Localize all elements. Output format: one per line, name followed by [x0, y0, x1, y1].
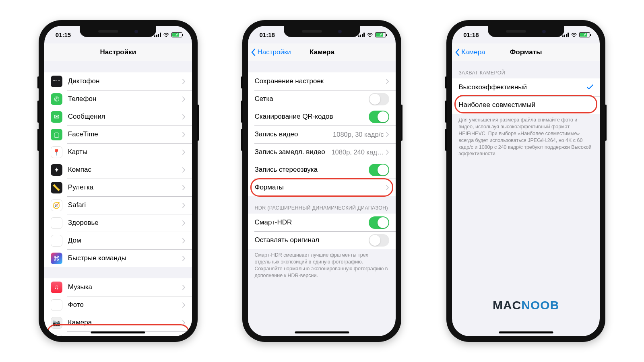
chevron-right-icon — [182, 97, 186, 102]
msg-app-icon: ✉︎ — [51, 111, 62, 123]
settings-row-maps[interactable]: 📍Карты — [44, 143, 192, 161]
row-scan-qr[interactable]: Сканирование QR-кодов — [248, 108, 396, 125]
row-preserve-settings[interactable]: Сохранение настроек — [248, 72, 396, 90]
chevron-right-icon — [182, 132, 186, 137]
chevron-right-icon — [386, 132, 389, 137]
row-smart-hdr[interactable]: Смарт-HDR — [248, 214, 396, 231]
settings-row-health[interactable]: ♥︎Здоровье — [44, 214, 192, 232]
chevron-right-icon — [182, 79, 186, 84]
voice-app-icon: 〰 — [51, 76, 62, 87]
toggle-grid[interactable] — [369, 93, 389, 105]
detail-value: 1080p, 240 кад… — [331, 148, 384, 156]
settings-row-music[interactable]: ♫Музыка — [44, 278, 192, 296]
chevron-right-icon — [182, 256, 186, 261]
row-keep-original[interactable]: Оставлять оригинал — [248, 231, 396, 249]
settings-row-home[interactable]: ⌂Дом — [44, 232, 192, 249]
chevron-right-icon — [182, 203, 186, 208]
camera-app-icon: 📷 — [51, 317, 62, 329]
row-label: Быстрые команды — [68, 254, 182, 262]
settings-row-voice[interactable]: 〰Диктофон — [44, 72, 192, 90]
settings-row-compass[interactable]: ✦Компас — [44, 161, 192, 179]
checkmark-icon — [587, 84, 593, 90]
nav-bar: Настройки Камера — [248, 43, 396, 61]
settings-row-phone[interactable]: ✆Телефон — [44, 90, 192, 108]
notch — [284, 26, 360, 37]
row-formats[interactable]: Форматы — [248, 179, 396, 196]
chevron-right-icon — [182, 238, 186, 243]
music-app-icon: ♫ — [51, 282, 62, 293]
row-high-efficiency[interactable]: Высокоэффективный — [452, 78, 600, 96]
nav-bar: Камера Форматы — [452, 43, 600, 61]
chevron-right-icon — [386, 185, 389, 190]
row-label: Камера — [68, 319, 182, 327]
home-app-icon: ⌂ — [51, 235, 62, 247]
row-record-slomo[interactable]: Запись замедл. видео 1080p, 240 кад… — [248, 143, 396, 161]
status-time: 01:18 — [463, 31, 479, 38]
toggle-keep-original[interactable] — [369, 234, 389, 247]
settings-row-safari[interactable]: 🧭Safari — [44, 196, 192, 214]
back-button[interactable]: Камера — [452, 48, 485, 56]
chevron-right-icon — [182, 285, 186, 290]
row-label: Музыка — [68, 283, 182, 291]
chevron-right-icon — [182, 302, 186, 308]
health-app-icon: ♥︎ — [51, 217, 62, 229]
status-time: 01:15 — [56, 31, 71, 38]
settings-row-ft[interactable]: ▢FaceTime — [44, 125, 192, 143]
home-indicator — [295, 331, 349, 333]
gc-app-icon: ◉ — [51, 335, 62, 337]
row-label: Карты — [68, 148, 182, 156]
battery-icon: ⚡︎ — [579, 32, 590, 37]
settings-row-msg[interactable]: ✉︎Сообщения — [44, 108, 192, 125]
settings-row-shortcuts[interactable]: ⌘Быстрые команды — [44, 249, 192, 267]
phone-mockup-1: 01:15 ⚡︎ Настройки 〰Диктофон✆Телефон✉︎Со… — [39, 20, 198, 342]
phone-mockup-3: 01:18 ⚡︎ Камера Форматы ЗАХВАТ КАМЕРОЙ В… — [446, 20, 605, 342]
back-button[interactable]: Настройки — [248, 48, 291, 56]
wifi-icon — [163, 32, 169, 37]
wifi-icon — [571, 32, 577, 37]
chevron-right-icon — [182, 320, 186, 325]
toggle-qr[interactable] — [369, 111, 389, 123]
settings-row-photos[interactable]: ✿Фото — [44, 296, 192, 314]
row-label: Дом — [68, 237, 182, 245]
notch — [80, 26, 156, 37]
row-most-compatible[interactable]: Наиболее совместимый — [452, 96, 600, 114]
row-label: Здоровье — [68, 219, 182, 227]
measure-app-icon: 📏 — [51, 182, 62, 193]
row-label: Телефон — [68, 95, 182, 103]
detail-value: 1080p, 30 кадр/с — [333, 131, 384, 138]
chevron-right-icon — [182, 150, 186, 155]
row-label: FaceTime — [68, 130, 182, 138]
chevron-right-icon — [182, 185, 186, 190]
home-indicator — [91, 331, 145, 333]
ft-app-icon: ▢ — [51, 129, 62, 140]
chevron-right-icon — [386, 150, 389, 155]
section-footer-hdr: Смарт-HDR смешивает лучшие фрагменты тре… — [248, 249, 396, 285]
compass-app-icon: ✦ — [51, 164, 62, 176]
page-title: Настройки — [44, 48, 192, 56]
notch — [488, 26, 564, 37]
home-indicator — [499, 331, 553, 333]
row-label: Сообщения — [68, 113, 182, 121]
toggle-stereo[interactable] — [369, 164, 389, 176]
battery-icon: ⚡︎ — [171, 32, 182, 37]
wifi-icon — [367, 32, 373, 37]
chevron-right-icon — [386, 79, 389, 84]
row-label: Фото — [68, 301, 182, 309]
row-label: Компас — [68, 166, 182, 174]
battery-icon: ⚡︎ — [375, 32, 386, 37]
nav-bar: Настройки — [44, 43, 192, 61]
row-record-video[interactable]: Запись видео 1080p, 30 кадр/с — [248, 125, 396, 143]
row-stereo-sound[interactable]: Запись стереозвука — [248, 161, 396, 179]
safari-app-icon: 🧭 — [51, 200, 62, 211]
section-header-hdr: HDR (РАСШИРЕННЫЙ ДИНАМИЧЕСКИЙ ДИАПАЗОН) — [248, 196, 396, 214]
shortcuts-app-icon: ⌘ — [51, 253, 62, 264]
toggle-smart-hdr[interactable] — [369, 216, 389, 229]
settings-row-measure[interactable]: 📏Рулетка — [44, 179, 192, 196]
section-footer-capture: Для уменьшения размера файла снимайте фо… — [452, 114, 600, 163]
row-grid[interactable]: Сетка — [248, 90, 396, 108]
row-label: Safari — [68, 201, 182, 209]
settings-row-camera[interactable]: 📷Камера — [44, 314, 192, 331]
back-label: Камера — [461, 48, 485, 56]
watermark: MACNOOB — [452, 298, 600, 312]
status-time: 01:18 — [259, 31, 275, 38]
